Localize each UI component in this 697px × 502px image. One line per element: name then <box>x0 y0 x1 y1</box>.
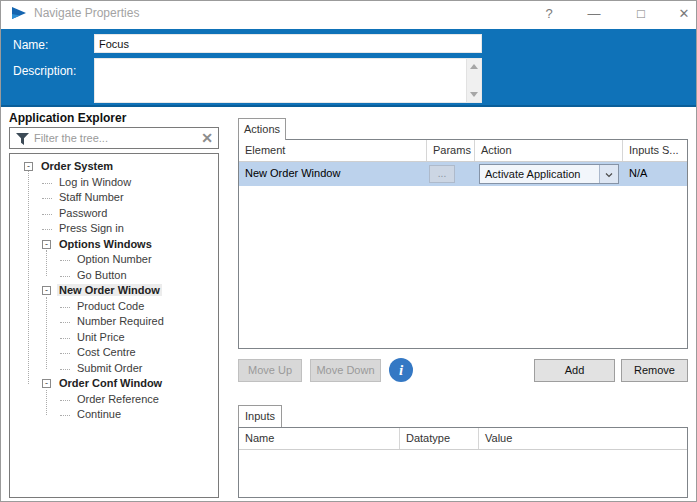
tree-item-label: Continue <box>75 408 123 420</box>
inputs-header-row: Name Datatype Value <box>239 428 687 450</box>
tree-item-press-sign-in[interactable]: Press Sign in <box>10 221 218 237</box>
tree-item-label: Order System <box>39 160 115 172</box>
column-header-name[interactable]: Name <box>239 428 400 449</box>
scroll-down-icon[interactable] <box>470 92 478 97</box>
tree-connector <box>60 400 70 401</box>
tree-item-cost-centre[interactable]: Cost Centre <box>10 345 218 361</box>
collapse-minus-icon[interactable]: - <box>42 240 51 249</box>
help-icon[interactable]: ? <box>534 4 564 24</box>
close-icon[interactable]: ✕ <box>669 4 697 24</box>
collapse-minus-icon[interactable]: - <box>42 286 51 295</box>
tree-item-label: Password <box>57 207 109 219</box>
tree-item-label: Unit Price <box>75 331 127 343</box>
tree-connector <box>42 183 52 184</box>
maximize-icon[interactable]: □ <box>626 4 656 24</box>
tree-item-label: Submit Order <box>75 362 144 374</box>
tree-item-option-number[interactable]: Option Number <box>10 252 218 268</box>
application-tree[interactable]: -Order SystemLog in WindowStaff NumberPa… <box>9 153 219 498</box>
name-input[interactable] <box>94 34 482 53</box>
tree-connector <box>42 198 52 199</box>
column-header-inputs-set[interactable]: Inputs S... <box>623 140 687 161</box>
tree-item-label: Option Number <box>75 253 154 265</box>
tree-item-unit-price[interactable]: Unit Price <box>10 330 218 346</box>
tree-item-label: Cost Centre <box>75 346 138 358</box>
column-header-datatype[interactable]: Datatype <box>400 428 479 449</box>
remove-button[interactable]: Remove <box>621 359 688 382</box>
tree-item-label: Options Windows <box>57 238 154 250</box>
name-label: Name: <box>13 38 48 52</box>
column-header-element[interactable]: Element <box>239 140 427 161</box>
chevron-down-button[interactable] <box>599 165 618 183</box>
collapse-minus-icon[interactable]: - <box>42 379 51 388</box>
minimize-icon[interactable]: — <box>579 4 609 24</box>
navigate-properties-dialog: Navigate Properties ? — □ ✕ Name: Descri… <box>0 0 697 502</box>
tab-actions[interactable]: Actions <box>238 118 286 140</box>
scroll-up-icon[interactable] <box>470 64 478 69</box>
tree-item-order-conf-window[interactable]: -Order Conf Window <box>10 376 218 392</box>
title-bar: Navigate Properties ? — □ ✕ <box>1 1 696 29</box>
tree-item-order-reference[interactable]: Order Reference <box>10 392 218 408</box>
action-inputs-set-cell: N/A <box>623 162 687 186</box>
tree-connector <box>42 214 52 215</box>
tree-connector <box>60 415 70 416</box>
params-ellipsis-button[interactable]: ... <box>429 165 455 183</box>
inputs-table: Name Datatype Value <box>238 427 688 498</box>
action-select-value: Activate Application <box>485 168 580 180</box>
tree-item-order-system[interactable]: -Order System <box>10 159 218 175</box>
actions-table: Element Params Action Inputs S... New Or… <box>238 139 688 349</box>
tree-item-continue[interactable]: Continue <box>10 407 218 423</box>
tree-item-submit-order[interactable]: Submit Order <box>10 361 218 377</box>
action-row-selected[interactable]: New Order Window ... Activate Applicatio… <box>239 162 687 186</box>
tree-filter: ✕ <box>9 127 219 149</box>
tree-connector <box>60 307 70 308</box>
tree-connector <box>42 229 52 230</box>
action-select[interactable]: Activate Application <box>479 164 619 184</box>
action-action-cell: Activate Application <box>475 162 623 186</box>
move-down-button[interactable]: Move Down <box>310 359 381 382</box>
description-label: Description: <box>13 64 76 78</box>
application-explorer-title: Application Explorer <box>9 111 126 125</box>
tree-connector <box>60 338 70 339</box>
tree-connector <box>60 369 70 370</box>
tree-item-label: Number Required <box>75 315 166 327</box>
properties-header: Name: Description: <box>1 29 697 107</box>
tree-item-label: Order Reference <box>75 393 161 405</box>
column-header-value[interactable]: Value <box>479 428 687 449</box>
info-icon[interactable]: i <box>389 358 413 382</box>
actions-header-row: Element Params Action Inputs S... <box>239 140 687 162</box>
clear-filter-icon[interactable]: ✕ <box>201 130 213 146</box>
window-title: Navigate Properties <box>34 6 139 20</box>
app-logo-icon <box>11 6 27 20</box>
tree-item-label: Staff Number <box>57 191 126 203</box>
move-up-button[interactable]: Move Up <box>238 359 302 382</box>
tree-item-product-code[interactable]: Product Code <box>10 299 218 315</box>
filter-input[interactable] <box>34 129 194 147</box>
tab-inputs[interactable]: Inputs <box>238 405 282 427</box>
tree-item-new-order-window[interactable]: -New Order Window <box>10 283 218 299</box>
description-scrollbar[interactable] <box>466 59 481 102</box>
tree-item-label: New Order Window <box>57 284 162 296</box>
tree-item-staff-number[interactable]: Staff Number <box>10 190 218 206</box>
tree-item-log-in-window[interactable]: Log in Window <box>10 175 218 191</box>
tree-item-options-windows[interactable]: -Options Windows <box>10 237 218 253</box>
tree-item-label: Product Code <box>75 300 146 312</box>
tree-item-label: Log in Window <box>57 176 133 188</box>
column-header-action[interactable]: Action <box>475 140 623 161</box>
tree-item-go-button[interactable]: Go Button <box>10 268 218 284</box>
add-button[interactable]: Add <box>534 359 615 382</box>
action-params-cell: ... <box>427 162 475 186</box>
tree-item-label: Order Conf Window <box>57 377 164 389</box>
tree-connector <box>60 353 70 354</box>
filter-funnel-icon <box>16 133 29 148</box>
action-element-cell[interactable]: New Order Window <box>239 162 427 186</box>
tree-item-number-required[interactable]: Number Required <box>10 314 218 330</box>
collapse-minus-icon[interactable]: - <box>24 162 33 171</box>
description-textarea[interactable] <box>94 58 482 103</box>
tree-connector <box>60 276 70 277</box>
column-header-params[interactable]: Params <box>427 140 475 161</box>
tree-item-label: Go Button <box>75 269 129 281</box>
tree-item-password[interactable]: Password <box>10 206 218 222</box>
tree-item-label: Press Sign in <box>57 222 126 234</box>
chevron-down-icon <box>605 171 613 179</box>
tree-connector <box>60 260 70 261</box>
